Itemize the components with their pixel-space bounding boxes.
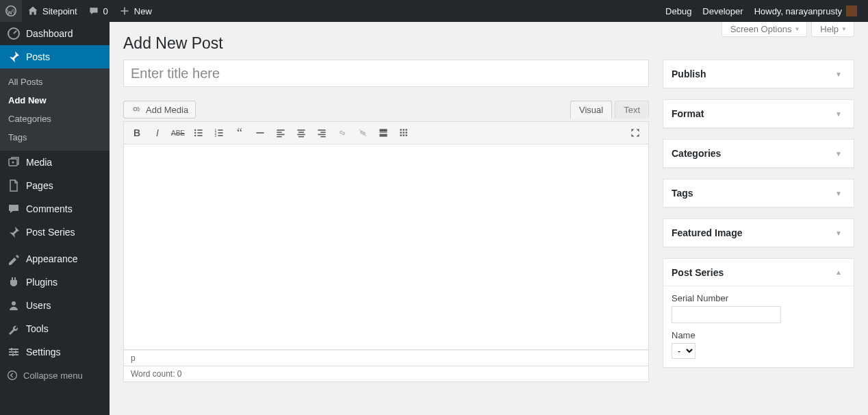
menu-pages[interactable]: Pages [0, 174, 110, 197]
strikethrough-button[interactable]: ABE [168, 123, 188, 142]
svg-rect-31 [298, 131, 304, 133]
comments-link[interactable]: 0 [83, 0, 114, 22]
submenu-categories[interactable]: Categories [0, 110, 110, 128]
svg-rect-5 [9, 349, 18, 350]
svg-point-13 [194, 129, 196, 131]
svg-rect-44 [400, 131, 401, 133]
metabox-categories: Categories▼ [663, 139, 854, 168]
svg-rect-36 [318, 134, 325, 136]
tools-icon [7, 322, 21, 336]
series-name-select[interactable]: - [672, 343, 695, 359]
menu-users[interactable]: Users [0, 294, 110, 317]
readmore-button[interactable] [373, 123, 394, 142]
toggle-featured-image[interactable]: ▼ [832, 229, 845, 237]
svg-rect-33 [298, 136, 304, 138]
post-title-input[interactable] [123, 60, 649, 87]
svg-rect-32 [297, 134, 305, 136]
svg-point-12 [133, 108, 137, 111]
menu-posts[interactable]: Posts [0, 45, 110, 68]
comments-icon [7, 202, 21, 216]
new-label: New [134, 6, 152, 16]
site-name-link[interactable]: Sitepoint [22, 0, 83, 22]
svg-point-4 [12, 301, 16, 305]
number-list-button[interactable]: 123 [209, 123, 229, 142]
svg-rect-16 [197, 132, 202, 134]
blockquote-button[interactable]: “ [229, 123, 250, 142]
toggle-categories[interactable]: ▼ [832, 150, 845, 158]
svg-rect-26 [277, 129, 284, 131]
menu-comments[interactable]: Comments [0, 197, 110, 221]
menu-appearance[interactable]: Appearance [0, 247, 110, 271]
plugins-icon [7, 275, 21, 289]
italic-button[interactable]: I [147, 123, 168, 142]
metabox-post-series: Post Series▲ Serial Number Name - [663, 258, 854, 368]
new-content-link[interactable]: New [114, 0, 157, 22]
tab-visual[interactable]: Visual [570, 101, 612, 118]
comments-count: 0 [103, 6, 108, 16]
submenu-all-posts[interactable]: All Posts [0, 73, 110, 91]
wp-logo[interactable] [0, 0, 22, 22]
svg-rect-34 [318, 129, 325, 131]
editor-path: p [123, 350, 649, 366]
svg-text:3: 3 [215, 134, 217, 138]
editor-toolbar: B I ABE 123 “ [123, 121, 649, 144]
help-button[interactable]: Help▼ [811, 22, 854, 37]
svg-rect-45 [403, 131, 404, 133]
align-left-button[interactable] [270, 123, 291, 142]
menu-plugins[interactable]: Plugins [0, 271, 110, 294]
site-name-text: Sitepoint [42, 6, 77, 16]
hr-button[interactable] [250, 123, 270, 142]
svg-rect-40 [379, 134, 387, 137]
svg-rect-27 [277, 131, 281, 133]
avatar [846, 5, 857, 16]
menu-post-series[interactable]: Post Series [0, 221, 110, 244]
svg-point-17 [194, 135, 196, 136]
align-center-button[interactable] [291, 123, 311, 142]
appearance-icon [7, 252, 21, 266]
screen-options-button[interactable]: Screen Options▼ [722, 22, 808, 37]
menu-settings[interactable]: Settings [0, 340, 110, 364]
dashboard-icon [7, 27, 21, 40]
toggle-publish[interactable]: ▼ [832, 71, 845, 78]
toggle-tags[interactable]: ▼ [832, 190, 845, 197]
serial-number-input[interactable] [672, 306, 781, 323]
fullscreen-button[interactable] [625, 123, 646, 142]
plus-icon [119, 5, 130, 16]
unlink-button[interactable] [353, 123, 373, 142]
media-icon [131, 104, 142, 115]
pin-icon [7, 50, 21, 64]
developer-menu[interactable]: Developer [697, 0, 748, 22]
svg-point-3 [12, 162, 14, 164]
svg-rect-35 [320, 131, 325, 133]
menu-dashboard[interactable]: Dashboard [0, 22, 110, 45]
collapse-menu[interactable]: Collapse menu [0, 364, 110, 387]
content-editor[interactable] [123, 144, 649, 350]
add-media-button[interactable]: Add Media [123, 101, 196, 118]
align-right-button[interactable] [311, 123, 332, 142]
svg-rect-47 [400, 134, 401, 136]
menu-media[interactable]: Media [0, 151, 110, 174]
bold-button[interactable]: B [127, 123, 147, 142]
svg-rect-46 [405, 131, 407, 133]
users-icon [7, 299, 21, 312]
toggle-format[interactable]: ▼ [832, 110, 845, 118]
svg-rect-30 [297, 129, 305, 131]
link-button[interactable] [332, 123, 353, 142]
svg-rect-39 [379, 132, 387, 133]
toolbar-toggle-button[interactable] [394, 123, 414, 142]
my-account[interactable]: Howdy, narayanprusty [749, 0, 863, 22]
tab-text[interactable]: Text [615, 101, 649, 118]
svg-rect-37 [320, 136, 325, 138]
submenu-add-new[interactable]: Add New [0, 91, 110, 110]
svg-rect-29 [277, 136, 281, 138]
svg-rect-9 [15, 351, 16, 353]
word-count: Word count: 0 [123, 366, 649, 382]
chevron-down-icon: ▼ [794, 26, 800, 32]
toggle-post-series[interactable]: ▲ [832, 268, 845, 276]
svg-rect-48 [403, 134, 404, 136]
debug-menu[interactable]: Debug [660, 0, 697, 22]
submenu-tags[interactable]: Tags [0, 128, 110, 147]
bullet-list-button[interactable] [188, 123, 209, 142]
menu-tools[interactable]: Tools [0, 317, 110, 340]
svg-rect-41 [400, 129, 401, 130]
